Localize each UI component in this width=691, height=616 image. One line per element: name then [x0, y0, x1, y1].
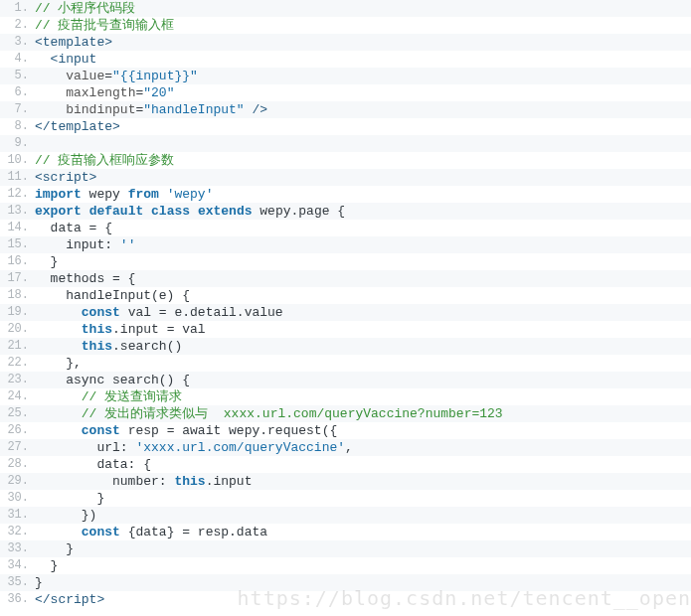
- line-number: 3.: [0, 34, 33, 51]
- line-number: 35.: [0, 574, 33, 591]
- line-number: 33.: [0, 540, 33, 557]
- code-block: 1.// 小程序代码段2.// 疫苗批号查询输入框3.<template>4. …: [0, 0, 691, 608]
- code-line: 34. }: [0, 557, 691, 574]
- line-number: 13.: [0, 203, 33, 220]
- token-plain: [35, 322, 82, 337]
- code-content: async search() {: [33, 372, 691, 388]
- token-keyword: const: [82, 525, 120, 539]
- line-number: 25.: [0, 405, 33, 422]
- code-content: const {data} = resp.data: [33, 524, 691, 540]
- code-line: 13.export default class extends wepy.pag…: [0, 203, 691, 220]
- token-keyword: this: [82, 339, 112, 354]
- token-tag: />: [252, 102, 267, 117]
- line-number: 15.: [0, 236, 33, 253]
- code-line: 28. data: {: [0, 456, 691, 473]
- token-plain: data: {: [35, 457, 151, 472]
- code-line: 17. methods = {: [0, 270, 691, 287]
- code-content: data: {: [33, 456, 691, 473]
- code-content: input: '': [33, 236, 691, 253]
- token-string: 'wepy': [167, 187, 214, 202]
- code-content: methods = {: [33, 270, 691, 287]
- code-content: // 发送查询请求: [33, 388, 691, 405]
- token-plain: wepy: [82, 187, 128, 202]
- code-line: 16. }: [0, 253, 691, 270]
- code-line: 12.import wepy from 'wepy': [0, 186, 691, 203]
- code-content: number: this.input: [33, 473, 691, 490]
- code-content: }: [33, 490, 691, 507]
- line-number: 34.: [0, 557, 33, 574]
- line-number: 12.: [0, 186, 33, 203]
- code-line: 19. const val = e.detail.value: [0, 304, 691, 321]
- code-line: 21. this.search(): [0, 338, 691, 355]
- token-plain: input:: [35, 237, 120, 252]
- code-line: 7. bindinput="handleInput" />: [0, 101, 691, 118]
- token-plain: [35, 52, 51, 67]
- token-string: "20": [143, 85, 174, 100]
- token-keyword: export: [35, 204, 82, 219]
- token-plain: }: [35, 575, 43, 590]
- code-content: }: [33, 253, 691, 270]
- code-content: bindinput="handleInput" />: [33, 101, 691, 118]
- token-plain: [143, 204, 151, 219]
- token-keyword: import: [35, 187, 82, 202]
- token-plain: [35, 339, 82, 354]
- line-number: 18.: [0, 287, 33, 304]
- token-plain: resp = await wepy.request({: [120, 423, 337, 438]
- line-number: 31.: [0, 507, 33, 524]
- code-content: import wepy from 'wepy': [33, 186, 691, 203]
- code-content: value="{{input}}": [33, 68, 691, 84]
- token-plain: [35, 525, 82, 539]
- code-line: 35.}: [0, 574, 691, 591]
- token-tag: </script: [35, 592, 96, 607]
- code-line: 11.<script>: [0, 169, 691, 186]
- code-content: maxlength="20": [33, 84, 691, 101]
- line-number: 24.: [0, 388, 33, 405]
- token-plain: handleInput(e) {: [35, 288, 190, 303]
- code-content: this.input = val: [33, 321, 691, 338]
- token-string: 'xxxx.url.com/queryVaccine': [135, 440, 345, 455]
- token-tag: </template>: [35, 119, 120, 134]
- line-number: 6.: [0, 84, 33, 101]
- line-number: 26.: [0, 422, 33, 439]
- token-plain: .input: [206, 474, 253, 489]
- token-plain: [82, 204, 89, 219]
- token-keyword: from: [128, 187, 159, 202]
- token-plain: }: [35, 254, 58, 269]
- token-plain: [35, 305, 82, 320]
- token-comment: // 发出的请求类似与 xxxx.url.com/queryVaccine?nu…: [82, 406, 503, 421]
- token-plain: .search(): [112, 339, 182, 354]
- line-number: 21.: [0, 338, 33, 355]
- token-comment: // 疫苗输入框响应参数: [35, 153, 174, 168]
- code-content: // 小程序代码段: [33, 0, 691, 17]
- code-line: 6. maxlength="20": [0, 84, 691, 101]
- code-line: 25. // 发出的请求类似与 xxxx.url.com/queryVaccin…: [0, 405, 691, 422]
- line-number: 5.: [0, 68, 33, 84]
- token-keyword: const: [82, 305, 120, 320]
- token-keyword: extends: [198, 204, 253, 219]
- code-content: this.search(): [33, 338, 691, 355]
- token-plain: [35, 389, 82, 404]
- token-tag: <input: [51, 52, 97, 67]
- code-content: const resp = await wepy.request({: [33, 422, 691, 439]
- token-plain: .input = val: [112, 322, 206, 337]
- token-plain: [190, 204, 198, 219]
- code-content: // 疫苗批号查询输入框: [33, 17, 691, 34]
- code-content: }: [33, 540, 691, 557]
- token-comment: // 小程序代码段: [35, 1, 135, 16]
- code-content: export default class extends wepy.page {: [33, 203, 691, 220]
- line-number: 16.: [0, 253, 33, 270]
- token-plain: url:: [35, 440, 135, 455]
- line-number: 11.: [0, 169, 33, 186]
- code-line: 3.<template>: [0, 34, 691, 51]
- code-content: }: [33, 574, 691, 591]
- token-string: '': [120, 237, 136, 252]
- token-plain: [35, 69, 66, 83]
- token-keyword: this: [174, 474, 205, 489]
- code-content: <input: [33, 51, 691, 68]
- line-number: 10.: [0, 152, 33, 169]
- token-string: "handleInput": [143, 102, 244, 117]
- code-content: }: [33, 557, 691, 574]
- code-line: 33. }: [0, 540, 691, 557]
- line-number: 29.: [0, 473, 33, 490]
- code-content: <script>: [33, 169, 691, 186]
